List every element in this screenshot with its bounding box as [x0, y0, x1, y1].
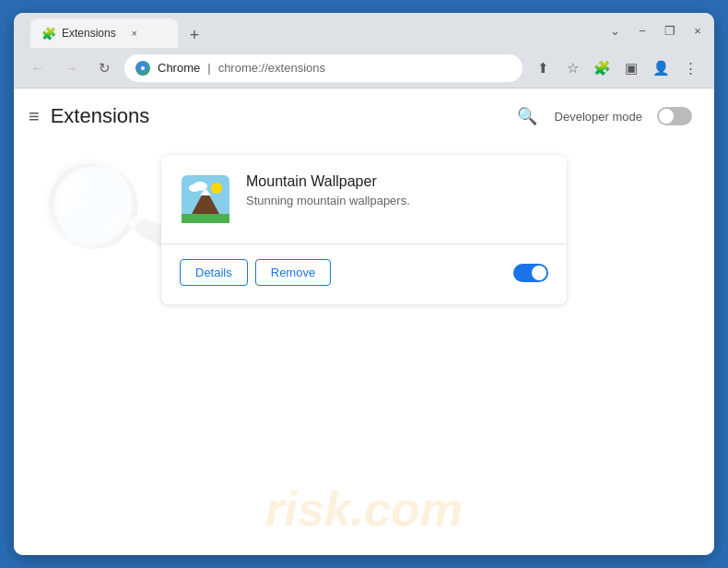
extension-toggle[interactable] — [513, 264, 548, 282]
card-divider — [161, 243, 567, 244]
menu-icon[interactable]: ⋮ — [677, 55, 703, 81]
page-title: Extensions — [51, 104, 150, 128]
developer-mode-label: Developer mode — [555, 110, 642, 124]
details-button[interactable]: Details — [180, 259, 248, 286]
watermark-text: risk.com — [265, 481, 463, 537]
extension-icon — [180, 173, 231, 225]
site-name: Chrome — [158, 61, 200, 75]
url-path: chrome://extensions — [218, 61, 325, 75]
remove-button[interactable]: Remove — [255, 259, 331, 286]
extension-card: Mountain Wallpaper Stunning mountain wal… — [161, 155, 567, 304]
hamburger-menu-button[interactable]: ≡ — [29, 107, 40, 125]
url-display: | — [207, 61, 210, 75]
watermark-area: 🔍 risk.com — [14, 136, 714, 555]
omnibox[interactable]: Chrome | chrome://extensions — [124, 54, 523, 82]
profile-icon[interactable]: 👤 — [648, 55, 674, 81]
search-button[interactable]: 🔍 — [514, 103, 540, 129]
new-tab-button[interactable]: + — [182, 22, 207, 48]
toggle-knob — [659, 109, 674, 124]
svg-point-3 — [211, 183, 222, 194]
back-button[interactable]: ← — [25, 55, 51, 81]
tab-area: 🧩 Extensions × + — [23, 13, 207, 48]
card-top: Mountain Wallpaper Stunning mountain wal… — [180, 173, 548, 225]
active-tab[interactable]: 🧩 Extensions × — [30, 18, 178, 48]
restore-button[interactable]: ❐ — [663, 23, 677, 38]
extension-info: Mountain Wallpaper Stunning mountain wal… — [246, 173, 410, 207]
chevron-down-icon[interactable]: ⌄ — [607, 23, 622, 38]
header-left: ≡ Extensions — [29, 104, 149, 128]
tab-close-button[interactable]: × — [127, 26, 142, 41]
tab-title: Extensions — [62, 27, 116, 40]
extensions-header: ≡ Extensions 🔍 Developer mode — [14, 89, 714, 136]
share-icon[interactable]: ⬆ — [530, 55, 556, 81]
developer-mode-toggle[interactable] — [657, 107, 692, 125]
close-button[interactable]: × — [690, 23, 705, 38]
svg-point-1 — [141, 66, 145, 70]
browser-window: 🧩 Extensions × + ⌄ − ❐ × ← → ↻ Chrome | … — [14, 13, 714, 555]
tab-favicon-icon: 🧩 — [41, 27, 54, 40]
sidebar-icon[interactable]: ▣ — [618, 55, 644, 81]
minimize-button[interactable]: − — [635, 23, 650, 38]
bookmark-icon[interactable]: ☆ — [559, 55, 585, 81]
title-bar: 🧩 Extensions × + ⌄ − ❐ × — [14, 13, 714, 48]
site-icon — [135, 61, 150, 76]
header-right: 🔍 Developer mode — [514, 103, 692, 129]
window-controls: ⌄ − ❐ × — [607, 13, 705, 48]
extension-name: Mountain Wallpaper — [246, 173, 410, 190]
page-content: ≡ Extensions 🔍 Developer mode 🔍 risk.com — [14, 89, 714, 555]
extension-toggle-knob — [532, 266, 546, 280]
extension-description: Stunning mountain wallpapers. — [246, 194, 410, 207]
extensions-toolbar-icon[interactable]: 🧩 — [589, 55, 615, 81]
svg-point-5 — [189, 184, 200, 192]
card-bottom: Details Remove — [180, 259, 548, 286]
address-bar: ← → ↻ Chrome | chrome://extensions ⬆ ☆ 🧩… — [14, 48, 714, 89]
reload-button[interactable]: ↻ — [91, 55, 117, 81]
svg-rect-8 — [182, 214, 229, 223]
toolbar-icons: ⬆ ☆ 🧩 ▣ 👤 ⋮ — [530, 55, 703, 81]
forward-button[interactable]: → — [58, 55, 84, 81]
